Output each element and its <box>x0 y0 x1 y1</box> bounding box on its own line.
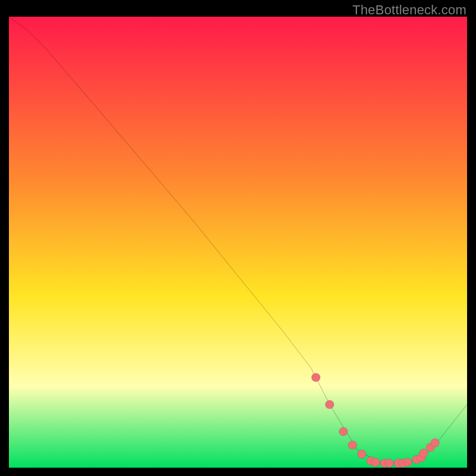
chart-plot <box>9 17 467 468</box>
highlight-dot <box>358 450 367 458</box>
highlight-dot <box>325 400 334 409</box>
watermark-text: TheBottleneck.com <box>352 2 466 18</box>
highlight-dot <box>312 373 321 381</box>
highlight-dot <box>403 458 412 466</box>
highlight-dot <box>419 449 428 458</box>
highlight-dot <box>385 459 394 467</box>
highlight-dot <box>339 427 348 436</box>
highlight-dot <box>371 458 380 466</box>
chart-stage: TheBottleneck.com <box>0 0 476 476</box>
gradient-background <box>9 17 467 468</box>
highlight-dot <box>431 439 440 447</box>
highlight-dot <box>348 441 357 449</box>
